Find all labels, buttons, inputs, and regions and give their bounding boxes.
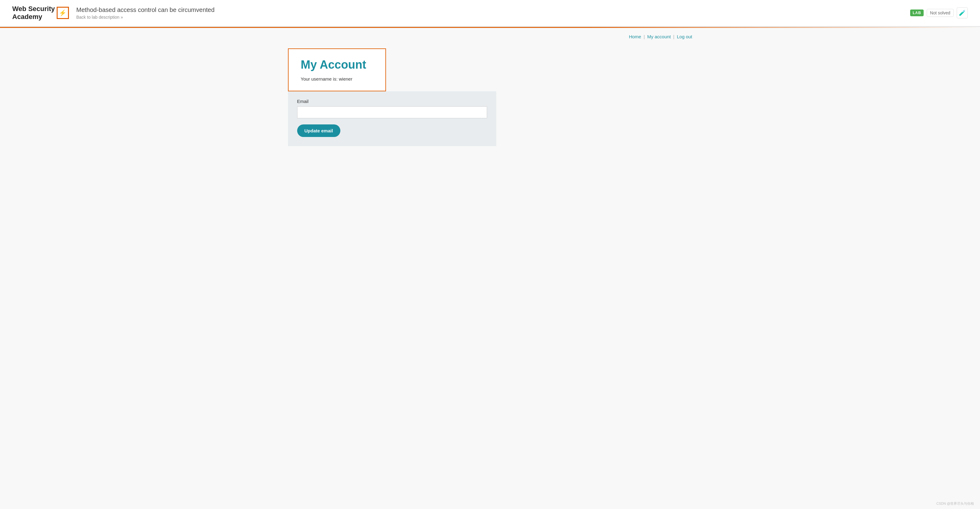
nav-home-link[interactable]: Home xyxy=(629,34,641,39)
main-content: Home | My account | Log out My Account Y… xyxy=(276,28,705,152)
email-label: Email xyxy=(297,99,487,104)
account-card: My Account Your username is: wiener xyxy=(288,48,386,91)
flask-icon: 🧪 xyxy=(959,10,966,16)
site-header: Web Security Academy ⚡ Method-based acce… xyxy=(0,0,980,27)
update-email-button[interactable]: Update email xyxy=(297,124,340,137)
lab-badge: LAB xyxy=(910,10,924,16)
nav-logout-link[interactable]: Log out xyxy=(677,34,692,39)
nav-separator-1: | xyxy=(644,34,645,39)
account-title: My Account xyxy=(301,58,373,72)
header-right: LAB Not solved 🧪 xyxy=(910,7,968,18)
top-nav: Home | My account | Log out xyxy=(288,34,692,39)
lab-info: Method-based access control can be circu… xyxy=(76,6,215,20)
logo: Web Security Academy ⚡ xyxy=(12,5,69,21)
email-input[interactable] xyxy=(297,107,487,118)
nav-separator-2: | xyxy=(673,34,675,39)
nav-my-account-link[interactable]: My account xyxy=(647,34,671,39)
chevron-right-icon: » xyxy=(121,15,123,20)
username-info: Your username is: wiener xyxy=(301,76,373,81)
status-badge: Not solved xyxy=(927,9,954,17)
flask-icon-button[interactable]: 🧪 xyxy=(957,7,968,18)
email-form-section: Email Update email xyxy=(288,91,496,146)
logo-text: Web Security Academy xyxy=(12,5,55,21)
lab-title: Method-based access control can be circu… xyxy=(76,6,215,13)
back-to-lab-link[interactable]: Back to lab description » xyxy=(76,15,215,20)
header-left: Web Security Academy ⚡ Method-based acce… xyxy=(12,5,215,21)
logo-icon: ⚡ xyxy=(57,7,69,19)
